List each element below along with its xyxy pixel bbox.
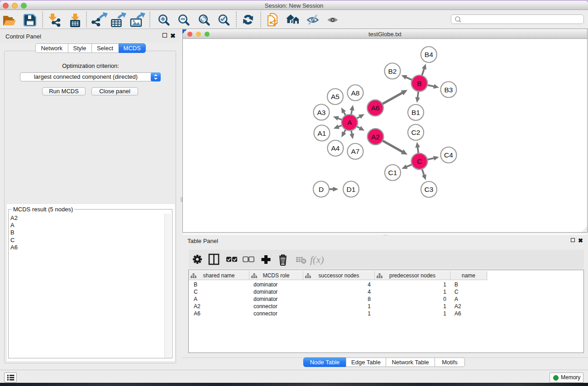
svg-text:D: D: [319, 186, 324, 193]
svg-text:A1: A1: [318, 129, 326, 137]
svg-text:B2: B2: [388, 67, 397, 75]
svg-text:A7: A7: [351, 148, 360, 155]
svg-text:C4: C4: [444, 151, 453, 159]
svg-text:A5: A5: [331, 93, 339, 100]
svg-text:f(x): f(x): [310, 254, 324, 265]
svg-text:B3: B3: [445, 86, 453, 94]
svg-text:A2: A2: [371, 133, 380, 141]
svg-text:B1: B1: [411, 109, 420, 116]
svg-text:A: A: [347, 119, 352, 126]
svg-text:C: C: [417, 157, 422, 165]
svg-text:C2: C2: [411, 129, 421, 136]
svg-text:C1: C1: [388, 169, 397, 176]
svg-text:A8: A8: [351, 89, 360, 97]
svg-text:A6: A6: [371, 104, 380, 112]
svg-text:B4: B4: [425, 51, 433, 58]
svg-text:A3: A3: [317, 109, 326, 116]
svg-text:A4: A4: [331, 144, 340, 152]
svg-text:D1: D1: [347, 186, 356, 193]
svg-text:B: B: [417, 80, 421, 87]
svg-text:C3: C3: [425, 186, 434, 193]
